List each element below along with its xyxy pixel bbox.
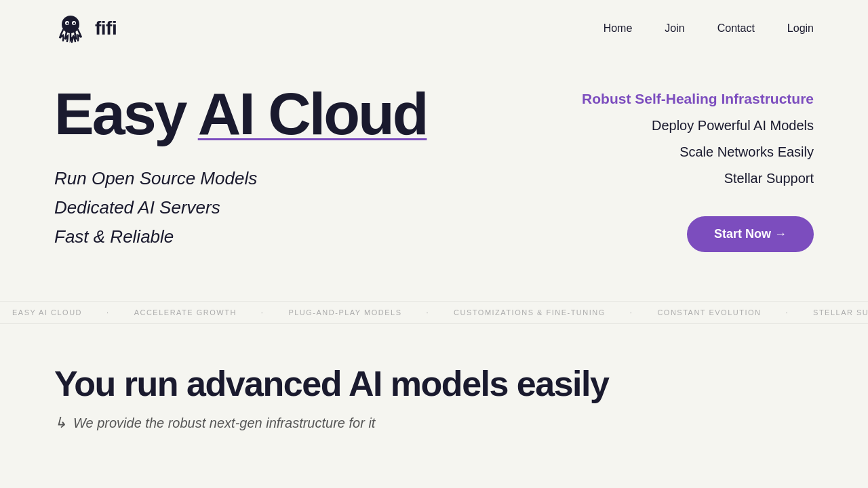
hero-subtitle-line-2: Dedicated AI Servers [54, 195, 461, 221]
ticker-dot: · [773, 308, 801, 317]
ticker-dot: · [414, 308, 442, 317]
hero-title-part2: AI Cloud [198, 80, 427, 147]
return-arrow-icon: ↳ [54, 414, 66, 432]
bottom-subtext: ↳ We provide the robust next-gen infrast… [54, 414, 814, 432]
start-now-button[interactable]: Start Now → [687, 216, 814, 252]
bottom-subtext-content: We provide the robust next-gen infrastru… [73, 415, 375, 431]
bottom-section: You run advanced AI models easily ↳ We p… [0, 324, 868, 459]
brand-name: fifi [95, 18, 117, 39]
hero-title-part1: Easy [54, 80, 198, 147]
nav-contact[interactable]: Contact [717, 22, 755, 35]
feature-item-4: Stellar Support [724, 171, 814, 186]
hero-subtitle-line-3: Fast & Reliable [54, 224, 461, 250]
logo-area[interactable]: fifi [54, 12, 117, 45]
nav-home[interactable]: Home [604, 22, 633, 35]
svg-point-3 [66, 22, 68, 24]
hero-title: Easy AI Cloud [54, 84, 461, 144]
navbar: fifi Home Join Contact Login [0, 0, 868, 57]
ticker-dot: · [94, 308, 122, 317]
ticker-item: CONSTANT EVOLUTION [645, 308, 773, 317]
svg-point-0 [62, 16, 79, 33]
ticker-item: CUSTOMIZATIONS & FINE-TUNING [441, 308, 618, 317]
feature-item-2: Deploy Powerful AI Models [652, 118, 814, 134]
nav-join[interactable]: Join [665, 22, 684, 35]
ticker-item: PLUG-AND-PLAY MODELS [276, 308, 414, 317]
ticker-item: ACCELERATE GROWTH [122, 308, 249, 317]
hero-section: Easy AI Cloud Run Open Source Models Ded… [0, 57, 868, 301]
nav-links: Home Join Contact Login [604, 22, 814, 35]
hero-right: Robust Self-Healing Infrastructure Deplo… [556, 84, 814, 252]
hero-subtitle: Run Open Source Models Dedicated AI Serv… [54, 165, 461, 250]
ticker-item: EASY AI CLOUD [0, 308, 94, 317]
fifi-logo-icon [54, 12, 87, 45]
ticker-item: STELLAR SUPPORT [801, 308, 868, 317]
ticker-bar: EASY AI CLOUD · ACCELERATE GROWTH · PLUG… [0, 301, 868, 324]
feature-item-3: Scale Networks Easily [679, 144, 814, 160]
hero-subtitle-line-1: Run Open Source Models [54, 165, 461, 192]
feature-item-1: Robust Self-Healing Infrastructure [582, 91, 814, 107]
ticker-dot: · [618, 308, 646, 317]
svg-point-4 [73, 22, 75, 24]
bottom-heading: You run advanced AI models easily [54, 365, 814, 403]
nav-login[interactable]: Login [787, 22, 814, 35]
ticker-track: EASY AI CLOUD · ACCELERATE GROWTH · PLUG… [0, 308, 868, 317]
ticker-dot: · [249, 308, 277, 317]
hero-left: Easy AI Cloud Run Open Source Models Ded… [54, 84, 461, 253]
